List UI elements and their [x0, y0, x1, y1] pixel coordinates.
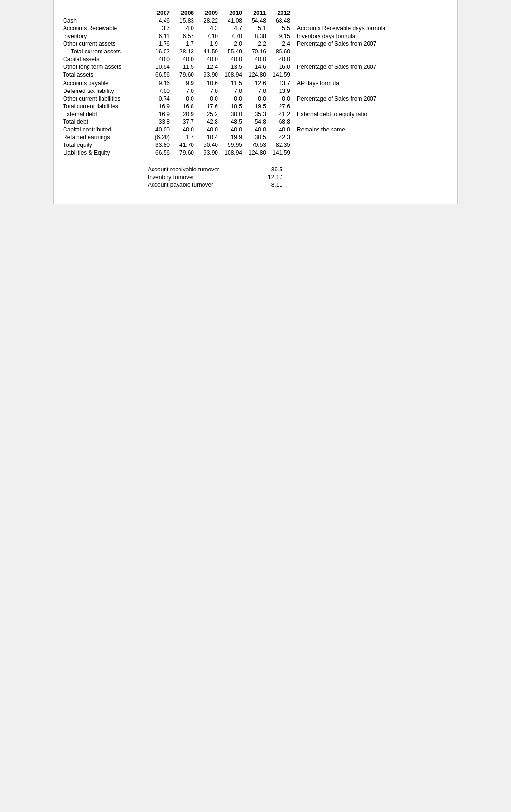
cell-value: 108.94 — [220, 149, 244, 157]
balance-sheet-table: 2007 2008 2009 2010 2011 2012 Cash4.4615… — [61, 9, 450, 157]
cell-value: 124.80 — [244, 71, 268, 79]
cell-value: 14.6 — [244, 63, 268, 71]
cell-value: 40.0 — [172, 126, 196, 133]
cell-value: 124.80 — [244, 149, 268, 157]
cell-value: 7.0 — [220, 87, 244, 95]
row-note: Inventory days formula — [292, 32, 450, 40]
cell-value: 85.60 — [268, 48, 292, 55]
table-row: Accounts Receivable3.74.04.34.75.15.5Acc… — [61, 25, 450, 32]
turnover-value: 36.5 — [254, 166, 282, 173]
cell-value: 27.6 — [268, 103, 292, 110]
cell-value: 7.0 — [172, 87, 196, 95]
cell-value: 10.6 — [196, 79, 220, 87]
row-label: Total assets — [61, 71, 148, 79]
row-note — [292, 48, 450, 55]
row-note — [292, 71, 450, 79]
turnover-label: Account payable turnover — [148, 182, 254, 188]
table-row: Capital assets40.040.040.040.040.040.0 — [61, 55, 450, 63]
year-2009: 2009 — [196, 9, 220, 17]
cell-value: 7.0 — [244, 87, 268, 95]
cell-value: 19.5 — [244, 103, 268, 110]
row-note: Remains the same — [292, 126, 450, 133]
row-label: Accounts Receivable — [61, 25, 148, 32]
cell-value: 5.5 — [268, 25, 292, 32]
table-row: Other current liabilities0.740.00.00.00.… — [61, 95, 450, 103]
table-row: Capital contributed40.0040.040.040.040.0… — [61, 126, 450, 133]
cell-value: 55.49 — [220, 48, 244, 55]
row-label: Other current liabilities — [61, 95, 148, 103]
cell-value: 79.60 — [172, 71, 196, 79]
cell-value: 40.0 — [220, 126, 244, 133]
cell-value: 42.3 — [268, 133, 292, 141]
row-label: Liabilities & Equity — [61, 149, 148, 157]
table-row: Retained earnings(6.20)1.710.419.930.542… — [61, 133, 450, 141]
cell-value: 40.0 — [244, 55, 268, 63]
cell-value: 0.0 — [220, 95, 244, 103]
cell-value: 11.5 — [220, 79, 244, 87]
cell-value: 1.7 — [172, 40, 196, 48]
year-2008: 2008 — [172, 9, 196, 17]
cell-value: 30.5 — [244, 133, 268, 141]
table-row: External debt16.920.925.230.035.341.2Ext… — [61, 110, 450, 118]
cell-value: 10.54 — [148, 63, 172, 71]
cell-value: 40.0 — [244, 126, 268, 133]
cell-value: 9.16 — [148, 79, 172, 87]
cell-value: 35.3 — [244, 110, 268, 118]
cell-value: 68.48 — [268, 17, 292, 25]
row-note: Percentage of Sales from 2007 — [292, 95, 450, 103]
row-note — [292, 133, 450, 141]
row-note: Percentage of Sales from 2007 — [292, 63, 450, 71]
row-label: Total current assets — [61, 48, 148, 55]
cell-value: 28.22 — [196, 17, 220, 25]
row-label: Other current assets — [61, 40, 148, 48]
cell-value: 9.9 — [172, 79, 196, 87]
cell-value: 11.5 — [172, 63, 196, 71]
cell-value: 20.9 — [172, 110, 196, 118]
table-row: Total current liabilities16.916.817.618.… — [61, 103, 450, 110]
cell-value: 4.7 — [220, 25, 244, 32]
year-2007: 2007 — [148, 9, 172, 17]
turnover-value: 12.17 — [254, 174, 282, 181]
row-label: Capital contributed — [61, 126, 148, 133]
cell-value: 66.56 — [148, 71, 172, 79]
cell-value: 66.56 — [148, 149, 172, 157]
table-row: Other current assets1.761.71.92.02.22.4P… — [61, 40, 450, 48]
row-label: Deferred tax liability — [61, 87, 148, 95]
cell-value: 40.00 — [148, 126, 172, 133]
cell-value: 16.0 — [268, 63, 292, 71]
row-note: External debt to equity ratio — [292, 110, 450, 118]
cell-value: 12.4 — [196, 63, 220, 71]
cell-value: 50.40 — [196, 141, 220, 149]
cell-value: 3.7 — [148, 25, 172, 32]
table-row: Total equity33.8041.7050.4059.9570.5382.… — [61, 141, 450, 149]
cell-value: 4.3 — [196, 25, 220, 32]
cell-value: 0.74 — [148, 95, 172, 103]
year-2011: 2011 — [244, 9, 268, 17]
row-note: AP days formula — [292, 79, 450, 87]
cell-value: 1.76 — [148, 40, 172, 48]
cell-value: 41.08 — [220, 17, 244, 25]
cell-value: 37.7 — [172, 118, 196, 126]
row-note — [292, 141, 450, 149]
row-note — [292, 149, 450, 157]
turnover-label: Inventory turnover — [148, 174, 254, 181]
cell-value: 141.59 — [268, 149, 292, 157]
cell-value: 19.9 — [220, 133, 244, 141]
cell-value: 1.7 — [172, 133, 196, 141]
bs-label-header — [61, 9, 148, 17]
cell-value: 68.8 — [268, 118, 292, 126]
row-note — [292, 17, 450, 25]
cell-value: 2.0 — [220, 40, 244, 48]
cell-value: (6.20) — [148, 133, 172, 141]
turnover-label: Account receivable turnover — [148, 166, 254, 173]
cell-value: 7.0 — [196, 87, 220, 95]
cell-value: 40.0 — [172, 55, 196, 63]
row-label: Capital assets — [61, 55, 148, 63]
cell-value: 17.6 — [196, 103, 220, 110]
cell-value: 5.1 — [244, 25, 268, 32]
cell-value: 13.9 — [268, 87, 292, 95]
turnover-row: Account receivable turnover36.5 — [148, 166, 450, 173]
cell-value: 30.0 — [220, 110, 244, 118]
cell-value: 9.15 — [268, 32, 292, 40]
table-row: Deferred tax liability7.007.07.07.07.013… — [61, 87, 450, 95]
